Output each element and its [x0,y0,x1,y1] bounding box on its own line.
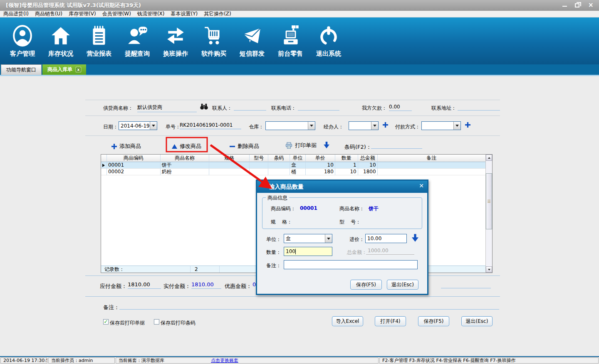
payment-select[interactable] [421,121,461,130]
phone-field[interactable] [298,104,339,111]
menu-item-cashflow[interactable]: 钱流管理(X) [137,10,165,17]
remark-label: 备注： [103,304,119,311]
debt-field[interactable]: 0.00 [389,104,412,111]
toolbar-reminder-query[interactable]: 提醒查询 [118,17,156,64]
supplier-name-field[interactable]: 默认供货商 [137,104,197,112]
col-header-barcode[interactable]: 条码 [268,155,290,162]
dialog-price-input[interactable]: 10.00 [365,234,407,243]
col-header-code[interactable]: 商品编码 [107,155,161,162]
toolbar-exit-system[interactable]: 退出系统 [309,17,348,64]
vertical-scrollbar[interactable] [485,155,492,273]
add-handler-plus-icon[interactable] [383,122,388,129]
chevron-down-icon[interactable] [325,234,332,243]
dialog-code-value: 00001 [300,205,317,211]
scroll-down-icon[interactable] [486,266,492,273]
toolbar-inventory-status[interactable]: 库存状况 [42,17,80,64]
order-no-field[interactable]: RK2014061901-0001 [180,122,241,129]
col-header-price[interactable]: 单价 [306,155,335,162]
col-header-qty[interactable]: 数量 [335,155,358,162]
menu-item-inventory[interactable]: 库存管理(V) [69,10,96,17]
menu-item-sales[interactable]: 商品销售(U) [35,10,62,17]
paid-value[interactable]: 1810.00 [191,281,221,289]
dialog-name-value: 饼干 [369,205,379,212]
scroll-up-icon[interactable] [486,155,492,161]
save-button[interactable]: 保存(F5) [418,316,449,326]
toolbar-software-purchase[interactable]: 软件购买 [195,17,233,64]
binoculars-search-icon[interactable] [200,103,208,111]
print-barcode-checkbox[interactable] [154,319,159,325]
restore-icon[interactable] [575,2,582,8]
table-row[interactable]: 00002 奶粉 桶 180 10 1800 [101,169,485,175]
menu-item-settings[interactable]: 基本设置(Y) [171,10,198,17]
chevron-down-icon[interactable] [453,122,460,130]
dialog-note-input[interactable] [284,260,418,269]
close-icon[interactable]: × [588,2,595,8]
date-select[interactable]: 2014-06-19 [119,121,157,130]
chevron-down-icon[interactable] [150,122,157,130]
dialog-exit-button[interactable]: 退出(Esc) [387,280,418,290]
delete-product-button[interactable]: 删除商品 [230,143,259,150]
col-header-unit[interactable]: 单位 [290,155,306,162]
switch-account-link[interactable]: 点击更换账套 [211,358,238,363]
print-receipt-option-label[interactable]: 保存后打印单据 [110,320,145,327]
dialog-qty-label: 数量： [266,249,281,256]
order-no-label: 单号： [166,123,181,130]
table-row[interactable]: 00001 饼干 盒 10 1 10 [101,162,485,169]
import-excel-button[interactable]: 导入Excel [332,316,363,326]
warehouse-select[interactable] [265,121,315,130]
paid-label: 实付金额： [163,283,191,290]
dialog-total-value: 1000.00 [366,248,414,255]
barcode-input[interactable] [371,142,422,149]
status-time: 2014-06-19 17:30:58 [0,357,47,364]
menu-item-member[interactable]: 会员管理(W) [102,10,131,17]
dialog-qty-input[interactable]: 100 [284,247,332,256]
table-header-row: 商品编码 商品名称 规格 型号 条码 单位 单价 数量 总金额 备注 [101,155,485,162]
arrow-down-icon[interactable] [324,142,329,150]
open-button[interactable]: 打开(F4) [375,316,406,326]
menu-item-purchase[interactable]: 商品进货(I) [3,10,29,17]
print-barcode-option-label[interactable]: 保存后打印条码 [161,320,196,327]
tab-nav-window[interactable]: 功能导航窗口 [1,64,42,75]
dialog-title: 输入商品数量 [269,183,304,191]
add-product-button[interactable]: 添加商品 [111,143,141,150]
dialog-unit-select[interactable]: 盒 [284,234,332,243]
debt-amount-field[interactable] [441,283,491,288]
print-receipt-checkbox[interactable]: ✓ [103,319,109,325]
toolbar-customer-mgmt[interactable]: 客户管理 [3,17,42,64]
add-payment-plus-icon[interactable] [465,122,470,129]
dialog-unit-label: 单位： [266,236,281,243]
exit-button[interactable]: 退出(Esc) [461,316,493,326]
col-header-name[interactable]: 商品名称 [161,155,210,162]
chevron-down-icon[interactable] [371,122,378,130]
current-row-arrow-icon [101,162,107,169]
toolbar-sms-broadcast[interactable]: 短信群发 [233,17,271,64]
col-header-spec[interactable]: 规格 [209,155,250,162]
app-window: [领智]母婴用品管理系统 试用版v7.3(试用期还有39天) × 商品进货(I)… [0,0,599,364]
handler-select[interactable] [349,121,379,130]
minimize-icon[interactable] [562,2,568,8]
toolbar-front-desk-retail[interactable]: 前台零售 [271,17,309,64]
chevron-down-icon[interactable] [308,122,315,130]
edit-product-button[interactable]: 修改商品 [172,143,201,150]
price-down-arrow-icon[interactable] [412,234,418,243]
dialog-title-bar[interactable]: 输入商品数量 ✕ [257,181,427,193]
print-receipt-button[interactable]: 打印单据 [285,142,317,149]
tab-close-icon[interactable]: x [76,67,81,72]
tab-goods-inbound[interactable]: 商品入库单 x [42,64,86,75]
col-header-note[interactable]: 备注 [378,155,485,162]
divider [85,296,500,297]
address-field[interactable] [458,104,500,111]
toolbar-shift-change[interactable]: 换班操作 [156,17,195,64]
dialog-save-button[interactable]: 保存(F5) [350,280,382,290]
dialog-close-icon[interactable]: ✕ [419,182,424,189]
scrollbar-thumb[interactable] [486,173,492,229]
remark-input[interactable] [119,303,499,310]
col-header-total[interactable]: 总金额 [358,155,378,162]
col-header-model[interactable]: 型号 [250,155,268,162]
triangle-up-icon [172,144,177,149]
barcode-label: 条码(F2)： [344,143,371,151]
toolbar-business-report[interactable]: 营业报表 [80,17,118,64]
customer-icon [12,24,33,47]
menu-item-other[interactable]: 其它操作(Z) [204,10,231,17]
contact-field[interactable] [234,104,266,111]
